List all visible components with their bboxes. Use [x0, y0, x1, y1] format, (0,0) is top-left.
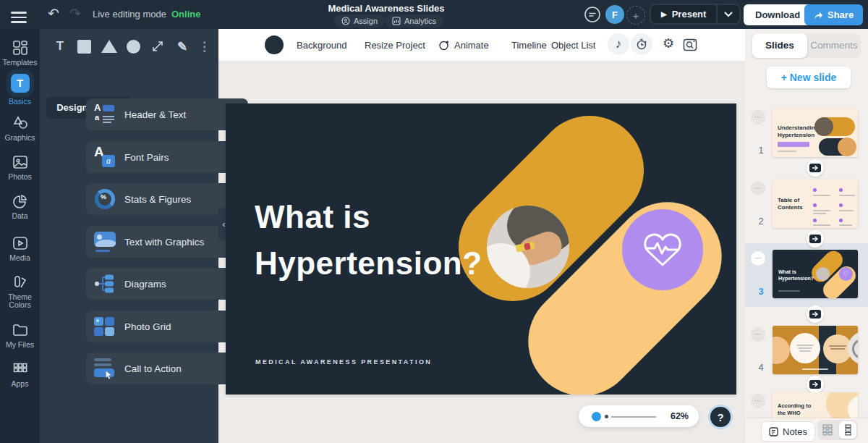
- call-to-action-icon: [94, 358, 116, 379]
- stats-donut-icon: %: [94, 188, 116, 210]
- sidebar-item-my-files[interactable]: My Files: [0, 321, 40, 349]
- zoom-percentage[interactable]: 62%: [671, 411, 689, 421]
- download-button[interactable]: Download: [744, 4, 812, 25]
- sidebar-item-apps[interactable]: Apps: [0, 360, 40, 388]
- slide-5-options-button[interactable]: ⋯: [751, 394, 765, 408]
- sidebar-item-media[interactable]: Media: [0, 235, 40, 262]
- timeline-button[interactable]: Timeline: [511, 40, 547, 51]
- add-collaborator-button[interactable]: +: [626, 6, 645, 25]
- play-icon: ▶: [661, 10, 667, 18]
- templates-icon: [12, 39, 29, 56]
- arrow-line-icon: [150, 39, 165, 54]
- text-tool[interactable]: T: [51, 39, 69, 54]
- slide-4-transition-button[interactable]: [807, 376, 824, 393]
- background-button[interactable]: Background: [297, 40, 346, 51]
- document-title[interactable]: Medical Awareness Slides: [292, 3, 480, 14]
- slide-shape-purple-circle[interactable]: [622, 209, 703, 290]
- slide-1-thumbnail[interactable]: Understanding Hypertension: [773, 109, 858, 157]
- block-item-font-pairs[interactable]: A a Font Pairs: [86, 141, 248, 173]
- hamburger-menu-icon[interactable]: [11, 9, 27, 26]
- slide-3-transition-button[interactable]: [807, 305, 824, 323]
- slide-1-options-button[interactable]: ⋯: [751, 110, 765, 125]
- apps-grid-icon: [12, 360, 29, 378]
- block-item-call-to-action[interactable]: Call to Action: [86, 353, 248, 384]
- left-nav-rail: Templates T Basics Graphics Photos Data …: [0, 29, 40, 443]
- circle-tool[interactable]: [124, 40, 142, 54]
- slide-2-thumbnail[interactable]: Table of Contents: [773, 180, 858, 228]
- notes-label: Notes: [783, 426, 807, 437]
- present-label: Present: [672, 9, 707, 20]
- analytics-button[interactable]: Analytics: [385, 14, 443, 28]
- slide-2-transition-button[interactable]: [807, 230, 824, 248]
- slide-photo-bandage[interactable]: [487, 206, 569, 288]
- zoom-slider-track[interactable]: [611, 416, 656, 418]
- object-list-button[interactable]: Object List: [551, 40, 595, 51]
- animate-button[interactable]: Animate: [454, 40, 489, 51]
- photos-icon: [12, 153, 29, 171]
- slide-1-number: 1: [754, 145, 768, 156]
- add-music-icon[interactable]: ♪: [608, 33, 629, 55]
- theme-colors-icon: [12, 274, 29, 291]
- media-icon: [12, 235, 29, 252]
- slide-title[interactable]: What is Hypertension?: [255, 194, 482, 287]
- present-button[interactable]: ▶ Present: [651, 5, 716, 23]
- notes-icon: [769, 427, 778, 436]
- comments-icon[interactable]: [583, 5, 602, 24]
- live-editing-status: Online: [171, 9, 200, 20]
- new-slide-button[interactable]: + New slide: [767, 67, 851, 88]
- triangle-tool[interactable]: [101, 40, 118, 53]
- slide-2-options-button[interactable]: ⋯: [751, 181, 765, 195]
- list-view-button[interactable]: [839, 421, 856, 439]
- background-color-swatch[interactable]: [265, 35, 284, 54]
- slide-4-options-button[interactable]: ⋯: [751, 327, 765, 342]
- graphics-shapes-icon: [12, 114, 29, 132]
- undo-icon[interactable]: ↶: [48, 6, 59, 22]
- sidebar-item-basics[interactable]: T Basics: [0, 74, 40, 106]
- sidebar-item-theme-colors[interactable]: Theme Colors: [0, 274, 40, 309]
- blocks-panel: T ✎ ⋮ Design Blocks My Blocks A a Header…: [40, 29, 218, 443]
- sidebar-item-templates[interactable]: Templates: [0, 39, 40, 67]
- pen-tool[interactable]: ✎: [174, 39, 191, 54]
- tab-comments[interactable]: Comments: [807, 33, 861, 58]
- more-tools-kebab-icon[interactable]: ⋮: [198, 39, 207, 54]
- line-tool[interactable]: [149, 39, 166, 54]
- basics-text-icon: T: [11, 74, 30, 93]
- slide-footer-caption[interactable]: MEDICAL AWARENESS PRESENTATION: [255, 358, 432, 366]
- block-item-diagrams[interactable]: Diagrams: [86, 268, 248, 300]
- live-editing-label: Live editing mode: [93, 9, 166, 20]
- zoom-slider-handle[interactable]: [592, 412, 601, 421]
- share-button[interactable]: Share: [804, 4, 863, 25]
- settings-gear-icon[interactable]: ⚙: [663, 35, 674, 51]
- square-tool[interactable]: [76, 40, 93, 54]
- grid-view-button[interactable]: [819, 421, 836, 439]
- grid-view-icon: [822, 424, 833, 436]
- redo-icon[interactable]: ↷: [69, 6, 81, 22]
- notes-button[interactable]: Notes: [761, 421, 815, 442]
- assign-button[interactable]: Assign: [334, 14, 385, 28]
- zoom-control: 62%: [579, 405, 699, 427]
- block-item-photo-grid[interactable]: Photo Grid: [86, 311, 248, 342]
- slide-4-thumbnail[interactable]: [773, 326, 858, 374]
- sidebar-item-graphics[interactable]: Graphics: [0, 114, 40, 142]
- assign-person-icon: [341, 17, 350, 25]
- preview-zoom-icon[interactable]: [683, 38, 697, 52]
- animate-icon[interactable]: [438, 40, 449, 51]
- transition-arrow-icon: [812, 165, 819, 171]
- block-item-header-text[interactable]: A a Header & Text: [86, 98, 248, 130]
- share-arrow-icon: [814, 11, 823, 20]
- sidebar-item-data[interactable]: Data: [0, 193, 40, 220]
- text-graphics-icon: [94, 231, 116, 253]
- avatar[interactable]: F: [605, 5, 624, 24]
- slide-canvas[interactable]: What is Hypertension? MEDICAL AWARENESS …: [226, 104, 736, 395]
- tab-slides[interactable]: Slides: [752, 33, 807, 58]
- timer-icon[interactable]: [631, 33, 652, 55]
- sidebar-item-photos[interactable]: Photos: [0, 153, 40, 181]
- slide-1-transition-button[interactable]: [807, 159, 824, 177]
- present-dropdown-button[interactable]: [718, 5, 739, 23]
- canvas-toolbar: Background Resize Project Animate Timeli…: [218, 29, 745, 61]
- slide-3-thumbnail[interactable]: ♡ What is Hypertension?: [773, 250, 858, 298]
- font-pairs-icon: A a: [94, 146, 116, 168]
- help-button[interactable]: ?: [708, 405, 733, 429]
- slide-3-options-button[interactable]: ⋯: [751, 251, 765, 266]
- resize-project-button[interactable]: Resize Project: [365, 40, 425, 51]
